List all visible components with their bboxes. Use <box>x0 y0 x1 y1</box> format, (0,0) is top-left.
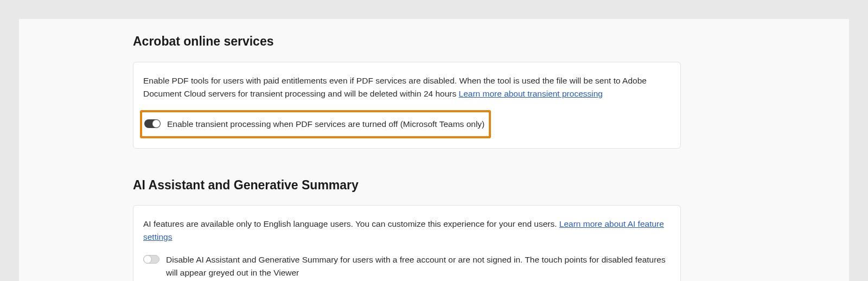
toggle-label-disable-ai-free: Disable AI Assistant and Generative Summ… <box>166 253 671 279</box>
toggle-label-transient-processing: Enable transient processing when PDF ser… <box>167 118 484 131</box>
acrobat-description: Enable PDF tools for users with paid ent… <box>143 74 671 100</box>
toggle-thumb-icon <box>143 255 152 264</box>
ai-description-text: AI features are available only to Englis… <box>143 219 559 228</box>
learn-link-transient-processing[interactable]: Learn more about transient processing <box>459 89 603 98</box>
toggle-row-disable-ai-free: Disable AI Assistant and Generative Summ… <box>143 253 671 279</box>
section-heading-ai: AI Assistant and Generative Summary <box>133 176 681 195</box>
toggle-disable-ai-free[interactable] <box>143 255 159 264</box>
toggle-thumb-icon <box>152 120 160 127</box>
settings-card-acrobat: Enable PDF tools for users with paid ent… <box>133 62 681 149</box>
toggle-transient-processing[interactable] <box>144 119 161 128</box>
page-inner: Acrobat online services Enable PDF tools… <box>19 19 849 281</box>
section-heading-acrobat: Acrobat online services <box>133 32 681 51</box>
page-outer: Acrobat online services Enable PDF tools… <box>0 0 868 281</box>
content-area: Acrobat online services Enable PDF tools… <box>133 32 681 281</box>
settings-card-ai: AI features are available only to Englis… <box>133 205 681 281</box>
toggle-row-transient-processing: Enable transient processing when PDF ser… <box>144 118 484 131</box>
highlighted-toggle-row: Enable transient processing when PDF ser… <box>140 110 491 138</box>
ai-description: AI features are available only to Englis… <box>143 218 671 244</box>
